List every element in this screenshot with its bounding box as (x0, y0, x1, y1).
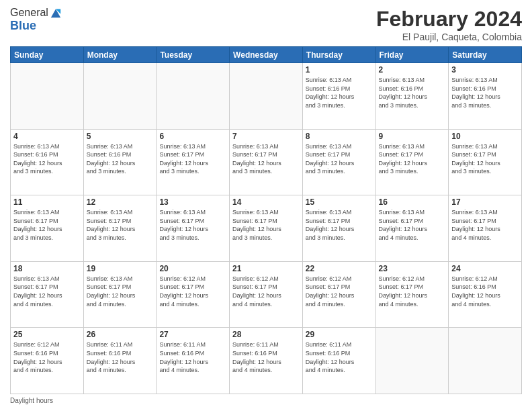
day-info: Sunrise: 6:13 AM Sunset: 6:17 PM Dayligh… (159, 208, 226, 242)
calendar-cell: 7Sunrise: 6:13 AM Sunset: 6:17 PM Daylig… (230, 129, 303, 195)
calendar-week-row: 25Sunrise: 6:12 AM Sunset: 6:16 PM Dayli… (11, 328, 522, 394)
day-number: 4 (13, 132, 81, 141)
day-info: Sunrise: 6:13 AM Sunset: 6:17 PM Dayligh… (379, 142, 446, 176)
day-info: Sunrise: 6:11 AM Sunset: 6:16 PM Dayligh… (306, 340, 373, 374)
day-info: Sunrise: 6:13 AM Sunset: 6:16 PM Dayligh… (306, 76, 373, 109)
day-number: 16 (379, 197, 446, 207)
logo-blue-text: Blue (10, 19, 36, 33)
calendar-cell (83, 63, 157, 130)
calendar-cell: 8Sunrise: 6:13 AM Sunset: 6:17 PM Daylig… (302, 129, 375, 195)
day-info: Sunrise: 6:13 AM Sunset: 6:17 PM Dayligh… (232, 142, 300, 176)
calendar-cell: 28Sunrise: 6:11 AM Sunset: 6:16 PM Dayli… (230, 328, 303, 394)
day-number: 17 (451, 197, 519, 207)
day-number: 11 (13, 197, 81, 207)
day-number: 7 (232, 132, 300, 141)
day-info: Sunrise: 6:11 AM Sunset: 6:16 PM Dayligh… (87, 340, 154, 374)
calendar-week-row: 1Sunrise: 6:13 AM Sunset: 6:16 PM Daylig… (11, 63, 522, 130)
day-info: Sunrise: 6:13 AM Sunset: 6:16 PM Dayligh… (13, 142, 81, 176)
calendar-cell: 19Sunrise: 6:13 AM Sunset: 6:17 PM Dayli… (83, 261, 157, 328)
day-info: Sunrise: 6:13 AM Sunset: 6:16 PM Dayligh… (451, 76, 519, 109)
calendar-cell: 13Sunrise: 6:13 AM Sunset: 6:17 PM Dayli… (157, 195, 230, 262)
calendar-cell: 16Sunrise: 6:13 AM Sunset: 6:17 PM Dayli… (375, 195, 449, 262)
calendar-day-header: Thursday (302, 47, 375, 63)
day-info: Sunrise: 6:12 AM Sunset: 6:17 PM Dayligh… (306, 275, 373, 308)
calendar-cell: 18Sunrise: 6:13 AM Sunset: 6:17 PM Dayli… (11, 261, 84, 328)
calendar-cell: 15Sunrise: 6:13 AM Sunset: 6:17 PM Dayli… (302, 195, 375, 262)
day-number: 27 (159, 330, 226, 339)
calendar-cell: 22Sunrise: 6:12 AM Sunset: 6:17 PM Dayli… (302, 261, 375, 328)
day-info: Sunrise: 6:13 AM Sunset: 6:16 PM Dayligh… (379, 76, 446, 109)
day-number: 22 (306, 264, 373, 273)
calendar-day-header: Saturday (449, 47, 522, 63)
calendar-cell (157, 63, 230, 130)
day-number: 26 (87, 330, 154, 339)
day-info: Sunrise: 6:13 AM Sunset: 6:16 PM Dayligh… (87, 142, 154, 176)
day-info: Sunrise: 6:13 AM Sunset: 6:17 PM Dayligh… (159, 142, 226, 176)
day-number: 12 (87, 197, 154, 207)
calendar-table: SundayMondayTuesdayWednesdayThursdayFrid… (10, 46, 522, 394)
day-info: Sunrise: 6:12 AM Sunset: 6:17 PM Dayligh… (232, 275, 300, 308)
day-number: 13 (159, 197, 226, 207)
title-block: February 2024 El Paujil, Caqueta, Colomb… (376, 7, 522, 42)
calendar-cell: 2Sunrise: 6:13 AM Sunset: 6:16 PM Daylig… (375, 63, 449, 130)
calendar-cell: 6Sunrise: 6:13 AM Sunset: 6:17 PM Daylig… (157, 129, 230, 195)
day-number: 5 (87, 132, 154, 141)
calendar-day-header: Monday (83, 47, 157, 63)
main-title: February 2024 (376, 7, 522, 32)
day-number: 28 (232, 330, 300, 339)
calendar-cell: 5Sunrise: 6:13 AM Sunset: 6:16 PM Daylig… (83, 129, 157, 195)
calendar-cell: 4Sunrise: 6:13 AM Sunset: 6:16 PM Daylig… (11, 129, 84, 195)
calendar-cell: 25Sunrise: 6:12 AM Sunset: 6:16 PM Dayli… (11, 328, 84, 394)
calendar-day-header: Sunday (11, 47, 84, 63)
day-number: 14 (232, 197, 300, 207)
day-info: Sunrise: 6:13 AM Sunset: 6:17 PM Dayligh… (451, 142, 519, 176)
day-info: Sunrise: 6:13 AM Sunset: 6:17 PM Dayligh… (306, 208, 373, 242)
calendar-cell: 11Sunrise: 6:13 AM Sunset: 6:17 PM Dayli… (11, 195, 84, 262)
day-number: 3 (451, 65, 519, 75)
day-number: 2 (379, 65, 446, 75)
calendar-cell (11, 63, 84, 130)
calendar-cell: 21Sunrise: 6:12 AM Sunset: 6:17 PM Dayli… (230, 261, 303, 328)
calendar-day-header: Tuesday (157, 47, 230, 63)
day-info: Sunrise: 6:13 AM Sunset: 6:17 PM Dayligh… (379, 208, 446, 242)
calendar-day-header: Friday (375, 47, 449, 63)
day-number: 18 (13, 264, 81, 273)
day-number: 20 (159, 264, 226, 273)
day-number: 9 (379, 132, 446, 141)
day-number: 21 (232, 264, 300, 273)
calendar-cell: 12Sunrise: 6:13 AM Sunset: 6:17 PM Dayli… (83, 195, 157, 262)
calendar-cell: 23Sunrise: 6:12 AM Sunset: 6:17 PM Dayli… (375, 261, 449, 328)
calendar-cell: 10Sunrise: 6:13 AM Sunset: 6:17 PM Dayli… (449, 129, 522, 195)
day-number: 19 (87, 264, 154, 273)
day-info: Sunrise: 6:12 AM Sunset: 6:17 PM Dayligh… (159, 275, 226, 308)
day-number: 10 (451, 132, 519, 141)
day-number: 8 (306, 132, 373, 141)
day-info: Sunrise: 6:13 AM Sunset: 6:17 PM Dayligh… (13, 275, 81, 308)
day-number: 6 (159, 132, 226, 141)
day-info: Sunrise: 6:13 AM Sunset: 6:17 PM Dayligh… (451, 208, 519, 242)
calendar-header-row: SundayMondayTuesdayWednesdayThursdayFrid… (11, 47, 522, 63)
day-info: Sunrise: 6:13 AM Sunset: 6:17 PM Dayligh… (13, 208, 81, 242)
calendar-cell: 3Sunrise: 6:13 AM Sunset: 6:16 PM Daylig… (449, 63, 522, 130)
day-info: Sunrise: 6:13 AM Sunset: 6:17 PM Dayligh… (87, 208, 154, 242)
footer: Daylight hours (10, 397, 522, 404)
logo-icon (50, 7, 62, 19)
day-info: Sunrise: 6:12 AM Sunset: 6:16 PM Dayligh… (13, 340, 81, 374)
calendar-day-header: Wednesday (230, 47, 303, 63)
calendar-cell (230, 63, 303, 130)
header: General Blue February 2024 El Paujil, Ca… (10, 7, 522, 42)
calendar-cell: 9Sunrise: 6:13 AM Sunset: 6:17 PM Daylig… (375, 129, 449, 195)
calendar-cell: 17Sunrise: 6:13 AM Sunset: 6:17 PM Dayli… (449, 195, 522, 262)
calendar-week-row: 11Sunrise: 6:13 AM Sunset: 6:17 PM Dayli… (11, 195, 522, 262)
subtitle: El Paujil, Caqueta, Colombia (376, 32, 522, 42)
page: General Blue February 2024 El Paujil, Ca… (0, 0, 532, 411)
calendar-cell: 24Sunrise: 6:12 AM Sunset: 6:16 PM Dayli… (449, 261, 522, 328)
day-info: Sunrise: 6:13 AM Sunset: 6:17 PM Dayligh… (306, 142, 373, 176)
calendar-cell: 14Sunrise: 6:13 AM Sunset: 6:17 PM Dayli… (230, 195, 303, 262)
calendar-week-row: 18Sunrise: 6:13 AM Sunset: 6:17 PM Dayli… (11, 261, 522, 328)
day-info: Sunrise: 6:12 AM Sunset: 6:17 PM Dayligh… (379, 275, 446, 308)
day-number: 23 (379, 264, 446, 273)
day-info: Sunrise: 6:12 AM Sunset: 6:16 PM Dayligh… (451, 275, 519, 308)
day-info: Sunrise: 6:11 AM Sunset: 6:16 PM Dayligh… (232, 340, 300, 374)
calendar-week-row: 4Sunrise: 6:13 AM Sunset: 6:16 PM Daylig… (11, 129, 522, 195)
